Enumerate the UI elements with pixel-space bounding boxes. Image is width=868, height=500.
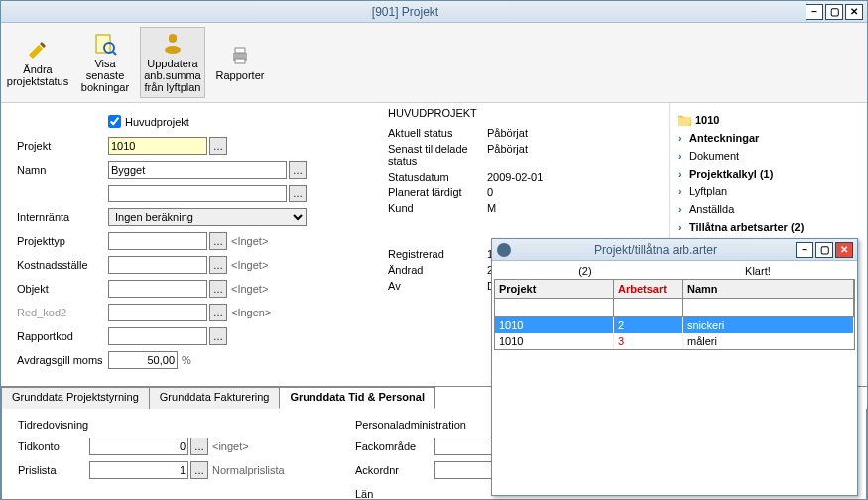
grid-head: Projekt Arbetsart Namn: [495, 280, 854, 299]
kostnadsstalle-input[interactable]: [108, 256, 207, 274]
prislista-label: Prislista: [18, 464, 89, 476]
maximize-button[interactable]: ▢: [825, 4, 843, 20]
update-sum-button[interactable]: Uppdatera anb.summa från lyftplan: [140, 27, 205, 98]
grid-filter: [495, 299, 854, 317]
sub-title: Projekt/tillåtna arb.arter: [516, 243, 796, 257]
tree-item-tillatna[interactable]: ›Tillåtna arbetsarter (2): [678, 218, 859, 236]
planerat-label: Planerat färdigt: [388, 187, 487, 198]
registrerad-label: Registrerad: [388, 248, 487, 260]
grid-row[interactable]: 1010 2 snickeri: [495, 317, 854, 333]
lan-label: Län: [355, 488, 434, 500]
projekttyp-hint: <Inget>: [231, 235, 268, 247]
kostnadsstalle-pick[interactable]: …: [209, 256, 227, 274]
ackord-label: Ackordnr: [355, 464, 434, 476]
aktuell-val: Påbörjat: [487, 127, 528, 139]
sub-minimize-button[interactable]: –: [796, 242, 813, 258]
tab-fakturering[interactable]: Grunddata Fakturering: [149, 387, 281, 409]
tid-header: Tidredovisning: [18, 419, 355, 431]
show-bookings-button[interactable]: Visa senaste bokningar: [72, 27, 138, 98]
svg-rect-5: [235, 59, 245, 63]
chevron-icon: ›: [678, 150, 685, 162]
senast-label: Senast tilldelade status: [388, 143, 487, 167]
grid: Projekt Arbetsart Namn 1010 2 snickeri 1…: [494, 279, 855, 350]
kostnadsstalle-hint: <Inget>: [231, 259, 268, 271]
folder-icon: [678, 114, 691, 126]
internranta-select[interactable]: Ingen beräkning: [108, 208, 307, 226]
namn2-input[interactable]: [108, 185, 287, 202]
andrad-label: Ändrad: [388, 264, 487, 276]
app-icon: [496, 242, 512, 258]
svg-point-6: [497, 243, 511, 257]
sub-titlebar: Projekt/tillåtna arb.arter – ▢ ✕: [492, 239, 857, 261]
grid-row[interactable]: 1010 3 måleri: [495, 333, 854, 349]
moms-input[interactable]: [108, 351, 178, 369]
sub-body: (2) Klart! Projekt Arbetsart Namn 1010 2…: [492, 261, 857, 352]
filter-arbetsart[interactable]: [614, 299, 682, 316]
tidkonto-label: Tidkonto: [18, 440, 89, 452]
redkod2-input[interactable]: [108, 304, 207, 321]
huvudprojekt-label: Huvudprojekt: [125, 116, 189, 128]
col-projekt[interactable]: Projekt: [495, 280, 614, 298]
sub-maximize-button[interactable]: ▢: [815, 242, 833, 258]
svg-rect-4: [235, 48, 245, 53]
objekt-input[interactable]: [108, 280, 207, 298]
search-icon: [93, 32, 117, 56]
projekttyp-input[interactable]: [108, 232, 207, 250]
edit-icon: [26, 38, 50, 62]
objekt-pick[interactable]: …: [209, 280, 227, 298]
objekt-label: Objekt: [17, 283, 108, 295]
sub-close-button[interactable]: ✕: [835, 242, 853, 258]
chevron-icon: ›: [678, 221, 685, 233]
planerat-val: 0: [487, 187, 493, 198]
av-label: Av: [388, 280, 487, 292]
projekt-pick[interactable]: …: [209, 137, 227, 155]
tab-projektstyrning[interactable]: Grunddata Projektstyrning: [1, 387, 150, 409]
filter-projekt[interactable]: [495, 299, 613, 316]
tree-root[interactable]: 1010: [678, 111, 859, 129]
namn-pick[interactable]: …: [289, 161, 307, 179]
prislista-input[interactable]: [89, 461, 188, 479]
namn-label: Namn: [17, 164, 108, 176]
huvudprojekt-checkbox[interactable]: [108, 115, 121, 128]
filter-namn[interactable]: [683, 299, 853, 316]
tidkonto-input[interactable]: [89, 438, 188, 455]
reports-button[interactable]: Rapporter: [207, 27, 273, 98]
projekttyp-label: Projekttyp: [17, 235, 108, 247]
redkod2-label: Red_kod2: [17, 307, 108, 318]
rapportkod-label: Rapportkod: [17, 330, 108, 342]
svg-point-2: [165, 46, 181, 54]
col-namn[interactable]: Namn: [683, 280, 854, 298]
redkod2-hint: <Ingen>: [231, 307, 271, 318]
tree-item-anteckningar[interactable]: ›Anteckningar: [678, 129, 859, 147]
chevron-icon: ›: [678, 186, 685, 197]
change-status-button[interactable]: Ändra projektstatus: [5, 27, 70, 98]
toolbar: Ändra projektstatus Visa senaste bokning…: [1, 23, 867, 103]
minimize-button[interactable]: –: [806, 4, 823, 20]
tree-item-lyftplan[interactable]: ›Lyftplan: [678, 183, 859, 200]
close-button[interactable]: ✕: [845, 4, 863, 20]
projekt-input[interactable]: [108, 137, 207, 155]
tab-tid-personal[interactable]: Grunddata Tid & Personal: [279, 387, 435, 409]
tree-item-projektkalkyl[interactable]: ›Projektkalkyl (1): [678, 165, 859, 183]
internranta-label: Internränta: [17, 211, 108, 223]
projekttyp-pick[interactable]: …: [209, 232, 227, 250]
fack-label: Fackområde: [355, 440, 434, 452]
rapportkod-pick[interactable]: …: [209, 327, 227, 345]
prislista-pick[interactable]: …: [190, 461, 208, 479]
rapportkod-input[interactable]: [108, 327, 207, 345]
moms-unit: %: [182, 354, 191, 366]
tree-item-anstallda[interactable]: ›Anställda: [678, 200, 859, 218]
kund-val: M: [487, 202, 496, 214]
money-icon: [161, 32, 185, 56]
printer-icon: [228, 44, 252, 67]
main-title: [901] Projekt: [5, 5, 806, 19]
kostnadsstalle-label: Kostnadsställe: [17, 259, 108, 271]
namn2-pick[interactable]: …: [289, 185, 307, 202]
namn-input[interactable]: [108, 161, 287, 179]
tidkonto-hint: <inget>: [212, 440, 249, 452]
redkod2-pick[interactable]: …: [209, 304, 227, 321]
tidkonto-pick[interactable]: …: [190, 438, 208, 455]
col-arbetsart[interactable]: Arbetsart: [614, 280, 683, 298]
senast-val: Påbörjat: [487, 143, 528, 167]
tree-item-dokument[interactable]: ›Dokument: [678, 147, 859, 165]
